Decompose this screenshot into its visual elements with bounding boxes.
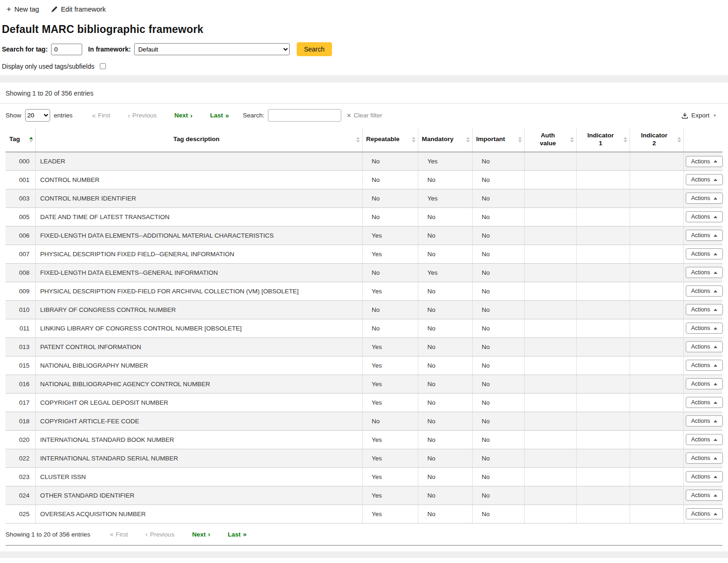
column-header-important[interactable]: Important	[472, 128, 524, 152]
actions-button[interactable]: Actions	[686, 508, 723, 519]
sort-icon	[356, 137, 360, 142]
search-button[interactable]: Search	[297, 42, 332, 56]
actions-button[interactable]: Actions	[686, 156, 723, 167]
column-header-repeatable[interactable]: Repeatable	[362, 128, 418, 152]
repeatable-cell: No	[362, 300, 418, 319]
repeatable-cell: No	[362, 263, 418, 282]
tag-cell: 025	[6, 505, 35, 523]
entries-select[interactable]: 20	[25, 109, 50, 122]
indicator1-cell	[576, 505, 630, 523]
table-row: 010LIBRARY OF CONGRESS CONTROL NUMBERNoN…	[6, 300, 722, 319]
table-row: 023CLUSTER ISSNYesNoNoActions	[6, 467, 722, 486]
actions-button[interactable]: Actions	[686, 397, 723, 408]
sort-icon	[677, 137, 681, 142]
column-header-actions	[683, 128, 722, 152]
sort-icon	[29, 137, 33, 142]
actions-cell: Actions	[683, 300, 722, 319]
edit-framework-label: Edit framework	[61, 6, 106, 13]
tag-cell: 005	[6, 207, 35, 226]
actions-button[interactable]: Actions	[686, 174, 723, 185]
next-page-button[interactable]: Next ›	[175, 112, 193, 119]
previous-page-button[interactable]: ‹ Previous	[145, 531, 174, 538]
results-panel: Showing 1 to 20 of 356 entries Show 20 e…	[0, 83, 728, 546]
actions-button[interactable]: Actions	[686, 230, 723, 241]
caret-up-icon	[714, 364, 717, 367]
framework-select[interactable]: Default	[134, 43, 290, 55]
column-header-indicator-1[interactable]: Indicator 1	[576, 128, 630, 152]
auth-value-cell	[524, 486, 576, 505]
important-cell: No	[472, 152, 524, 170]
tag-cell: 009	[6, 282, 35, 300]
chevron-right-icon: ›	[190, 112, 193, 119]
tag-description-cell: INTERNATIONAL STANDARD SERIAL NUMBER	[35, 449, 362, 467]
table-row: 024OTHER STANDARD IDENTIFIERYesNoNoActio…	[6, 486, 722, 505]
actions-button[interactable]: Actions	[686, 471, 723, 482]
column-header-label: Mandatory	[422, 136, 454, 142]
actions-button-label: Actions	[691, 269, 710, 276]
last-page-button[interactable]: Last »	[210, 112, 229, 119]
actions-button[interactable]: Actions	[686, 248, 723, 259]
next-page-button[interactable]: Next ›	[192, 531, 210, 538]
actions-button-label: Actions	[691, 214, 710, 220]
previous-page-button[interactable]: ‹ Previous	[128, 112, 156, 119]
actions-button[interactable]: Actions	[686, 415, 723, 427]
actions-button-label: Actions	[691, 511, 710, 517]
search-for-tag-label: Search for tag:	[2, 45, 48, 53]
column-header-tag[interactable]: Tag	[6, 128, 35, 152]
close-icon: ✕	[347, 112, 351, 119]
last-page-button[interactable]: Last »	[228, 531, 247, 538]
actions-button[interactable]: Actions	[686, 378, 723, 389]
important-cell: No	[472, 412, 524, 430]
actions-button[interactable]: Actions	[686, 211, 723, 222]
actions-cell: Actions	[683, 207, 722, 226]
actions-button[interactable]: Actions	[686, 490, 723, 501]
export-button[interactable]: Export ▼	[682, 112, 717, 119]
actions-button-label: Actions	[691, 232, 710, 239]
first-page-button[interactable]: « First	[110, 531, 128, 538]
tag-description-cell: COPYRIGHT OR LEGAL DEPOSIT NUMBER	[35, 393, 362, 412]
page-title: Default MARC bibliographic framework	[2, 23, 722, 36]
mandatory-cell: No	[418, 375, 472, 393]
clear-filter-button[interactable]: ✕ Clear filter	[347, 112, 383, 119]
actions-button[interactable]: Actions	[686, 285, 723, 297]
actions-button[interactable]: Actions	[686, 193, 723, 204]
actions-cell: Actions	[683, 282, 722, 300]
auth-value-cell	[524, 393, 576, 412]
column-header-auth-value[interactable]: Auth value	[524, 128, 576, 152]
repeatable-cell: No	[362, 319, 418, 337]
table-filter-input[interactable]	[268, 109, 341, 122]
sort-icon	[412, 137, 416, 142]
actions-button[interactable]: Actions	[686, 323, 723, 334]
indicator1-cell	[576, 319, 630, 337]
edit-framework-button[interactable]: Edit framework	[51, 6, 106, 13]
tag-description-cell: FIXED-LENGTH DATA ELEMENTS--GENERAL INFO…	[35, 263, 362, 282]
mandatory-cell: No	[418, 467, 472, 486]
repeatable-cell: Yes	[362, 430, 418, 449]
important-cell: No	[472, 207, 524, 226]
display-only-checkbox[interactable]	[100, 63, 106, 69]
page-footer-band	[0, 551, 728, 558]
actions-button[interactable]: Actions	[686, 453, 723, 464]
column-header-tag-description[interactable]: Tag description	[35, 128, 362, 152]
actions-button[interactable]: Actions	[686, 434, 723, 445]
mandatory-cell: No	[418, 300, 472, 319]
actions-button[interactable]: Actions	[686, 341, 723, 352]
important-cell: No	[472, 375, 524, 393]
column-header-mandatory[interactable]: Mandatory	[418, 128, 472, 152]
actions-cell: Actions	[683, 412, 722, 430]
mandatory-cell: No	[418, 412, 472, 430]
indicator2-cell	[630, 337, 683, 356]
column-header-indicator-2[interactable]: Indicator 2	[630, 128, 683, 152]
auth-value-cell	[524, 467, 576, 486]
actions-button[interactable]: Actions	[686, 267, 723, 278]
tag-search-input[interactable]	[51, 44, 82, 55]
actions-button[interactable]: Actions	[686, 360, 723, 371]
indicator2-cell	[630, 170, 683, 189]
actions-cell: Actions	[683, 467, 722, 486]
new-tag-button[interactable]: + New tag	[6, 5, 39, 13]
actions-button[interactable]: Actions	[686, 304, 723, 315]
tag-cell: 018	[6, 412, 35, 430]
first-page-button[interactable]: « First	[92, 112, 110, 119]
column-header-label: Auth value	[534, 132, 562, 148]
tag-description-cell: OVERSEAS ACQUISITION NUMBER	[35, 505, 362, 523]
